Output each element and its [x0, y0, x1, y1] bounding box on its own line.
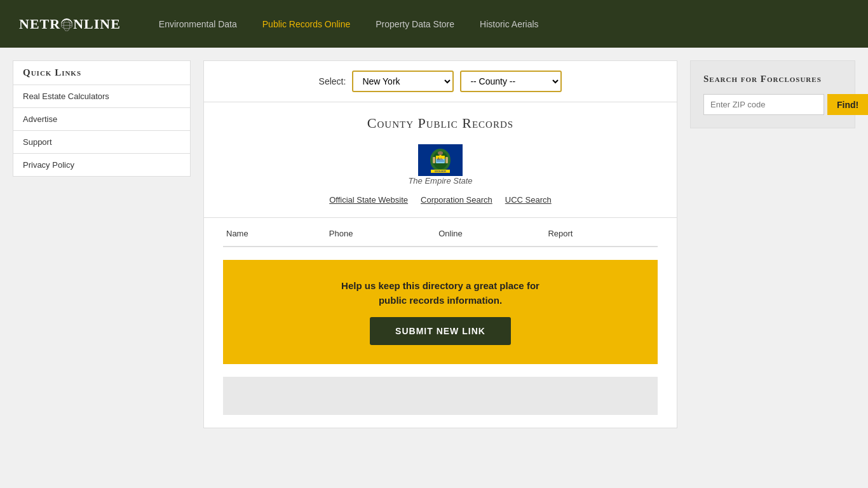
- zip-input-group: Find!: [703, 94, 842, 115]
- nav-public-records[interactable]: Public Records Online: [262, 19, 351, 29]
- select-bar: Select: New York AlabamaAlaskaArizona Ar…: [204, 61, 677, 102]
- records-table: Name Phone Online Report: [223, 221, 658, 247]
- quick-links-title: Quick Links: [13, 60, 191, 85]
- list-item: Privacy Policy: [13, 154, 190, 176]
- corporation-search-link[interactable]: Corporation Search: [421, 195, 492, 205]
- sidebar-item-support[interactable]: Support: [13, 131, 190, 154]
- site-logo[interactable]: NETR NLINE: [19, 16, 121, 32]
- select-label: Select:: [319, 76, 346, 86]
- submit-new-link-button[interactable]: SUBMIT NEW LINK: [370, 317, 511, 345]
- nav-property-data[interactable]: Property Data Store: [376, 19, 454, 29]
- zip-input[interactable]: [703, 94, 824, 115]
- banner-text: Help us keep this directory a great plac…: [236, 279, 645, 308]
- find-button[interactable]: Find!: [827, 94, 868, 115]
- table-section: Name Phone Online Report: [204, 221, 677, 247]
- svg-rect-9: [437, 160, 444, 162]
- sidebar: Quick Links Real Estate Calculators Adve…: [13, 60, 191, 428]
- svg-text:EXCELSIOR: EXCELSIOR: [435, 170, 446, 173]
- sidebar-list: Real Estate Calculators Advertise Suppor…: [13, 85, 191, 177]
- list-item: Real Estate Calculators: [13, 85, 190, 108]
- county-select[interactable]: -- County --: [460, 71, 562, 92]
- nav-historic-aerials[interactable]: Historic Aerials: [480, 19, 539, 29]
- col-name: Name: [223, 221, 326, 247]
- sidebar-item-real-estate[interactable]: Real Estate Calculators: [13, 85, 190, 108]
- main-nav: Environmental Data Public Records Online…: [159, 19, 539, 29]
- official-state-website-link[interactable]: Official State Website: [329, 195, 408, 205]
- foreclosure-box: Search for Forclosures Find!: [690, 60, 855, 128]
- content-area: Select: New York AlabamaAlaskaArizona Ar…: [203, 60, 677, 428]
- list-item: Support: [13, 131, 190, 154]
- col-phone: Phone: [326, 221, 435, 247]
- state-flag-container: EXCELSIOR The Empire State: [223, 144, 658, 186]
- list-item: Advertise: [13, 108, 190, 131]
- svg-rect-12: [445, 157, 448, 163]
- state-flag: EXCELSIOR: [418, 144, 463, 176]
- yellow-banner: Help us keep this directory a great plac…: [223, 260, 658, 364]
- state-tagline: The Empire State: [408, 176, 472, 186]
- gray-bottom-area: [223, 377, 658, 415]
- foreclosure-title: Search for Forclosures: [703, 74, 842, 85]
- nav-environmental[interactable]: Environmental Data: [159, 19, 237, 29]
- main-container: Quick Links Real Estate Calculators Adve…: [0, 48, 868, 441]
- state-select[interactable]: New York AlabamaAlaskaArizona ArkansasCa…: [352, 71, 454, 92]
- sidebar-item-advertise[interactable]: Advertise: [13, 108, 190, 131]
- sidebar-item-privacy[interactable]: Privacy Policy: [13, 154, 190, 176]
- ucc-search-link[interactable]: UCC Search: [505, 195, 552, 205]
- records-section: County Public Records: [204, 102, 677, 218]
- right-panel: Search for Forclosures Find!: [690, 60, 855, 428]
- records-title: County Public Records: [223, 115, 658, 132]
- col-online: Online: [435, 221, 545, 247]
- state-links: Official State Website Corporation Searc…: [223, 195, 658, 205]
- svg-rect-11: [433, 157, 435, 163]
- header: NETR NLINE Environmental Data Public Rec…: [0, 0, 868, 48]
- col-report: Report: [545, 221, 658, 247]
